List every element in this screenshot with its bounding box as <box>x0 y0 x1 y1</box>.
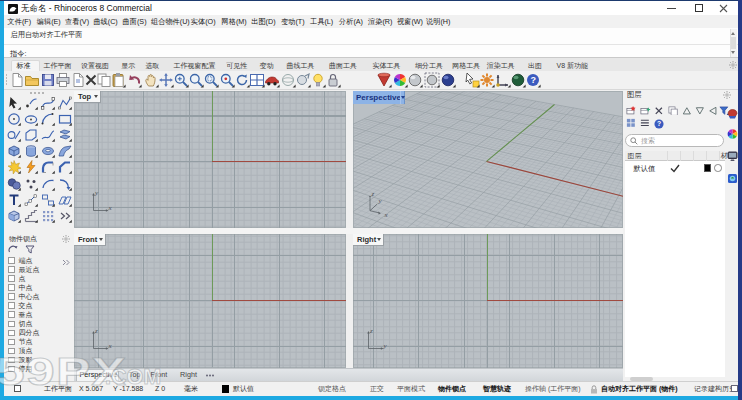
svg-text:z: z <box>371 190 375 198</box>
svg-text:y: y <box>382 341 387 349</box>
svg-text:z: z <box>94 326 98 334</box>
svg-text:y: y <box>378 196 383 204</box>
svg-text:z: z <box>369 326 373 334</box>
svg-text:x: x <box>384 211 389 219</box>
svg-text:x: x <box>107 341 112 349</box>
svg-text:y: y <box>94 188 99 196</box>
svg-text:?: ? <box>657 120 661 127</box>
svg-text:x: x <box>107 203 112 211</box>
svg-text:?: ? <box>531 75 537 85</box>
